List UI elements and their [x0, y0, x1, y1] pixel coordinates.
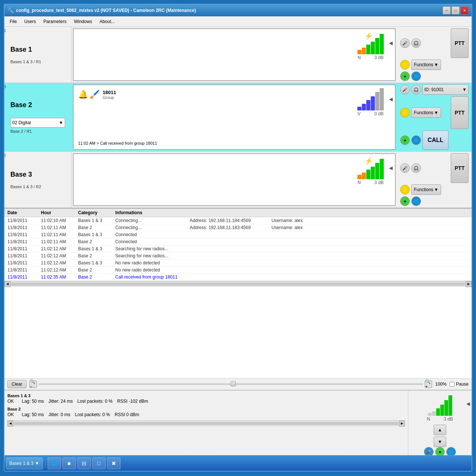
log-hour: 11:02:12 AM — [41, 267, 78, 273]
status-scroll-arrow[interactable]: ◀ — [466, 401, 470, 406]
menu-windows[interactable]: Windows — [70, 17, 96, 26]
status-scroll-track[interactable] — [14, 422, 398, 425]
status-scroll-left[interactable]: ◀ — [7, 421, 13, 427]
log-category: Base 2 — [78, 267, 115, 273]
log-extra2: Username: alex — [271, 225, 338, 230]
close-button[interactable]: ✕ — [460, 6, 469, 15]
menu-bar: File Users Parameters Windows About... — [4, 16, 472, 27]
status-globe-icon[interactable]: 🌐 — [446, 447, 456, 455]
base2-call-info: 🔔 🖌️ 18011 Group — [77, 88, 392, 101]
status-scrollbar[interactable]: ◀ ▶ — [7, 420, 405, 426]
base-3-label: Base 3 Bases 1 & 3 / R2 — [4, 152, 71, 208]
base3-globe-icon[interactable]: 🌐 — [411, 196, 421, 206]
scroll-right-btn[interactable]: ▶ — [466, 281, 472, 287]
log-category: Base 2 — [78, 239, 115, 244]
status-base2-lost: Lost packets: 0 % — [75, 412, 110, 417]
taskbar-btn-tools[interactable]: ✖ — [107, 457, 120, 469]
base2-id-select[interactable]: ID: 91001 ▼ — [422, 84, 469, 95]
base2-scroll-arrow[interactable]: ◀ — [389, 96, 393, 102]
slider-thumb[interactable] — [231, 381, 236, 386]
base1-ptt-button[interactable]: PTT — [451, 28, 469, 58]
status-mic-icon[interactable]: 🎤 — [424, 447, 434, 455]
base1-functions-button[interactable]: Functions ▼ — [411, 60, 441, 70]
minimize-button[interactable]: ─ — [443, 6, 451, 15]
log-hour: 11:02:12 AM — [41, 260, 78, 266]
base3-scroll-arrow[interactable]: ◀ — [389, 165, 393, 171]
base3-star-icon[interactable]: ⭐ — [400, 185, 410, 194]
base3-headset-icon[interactable]: 🎧 — [411, 163, 421, 173]
base2-globe-icon[interactable]: 🌐 — [411, 135, 421, 145]
pause-checkbox[interactable] — [450, 382, 454, 387]
row-num-1: 1 — [4, 28, 6, 33]
taskbar-btn-stop[interactable]: ■ — [62, 457, 76, 469]
clear-button[interactable]: Clear — [7, 380, 26, 388]
log-date: 11/8/2011 — [7, 239, 41, 244]
log-info: Call received from group 18011 — [115, 274, 190, 280]
taskbar-btn-globe[interactable]: 🌐 — [48, 457, 61, 469]
menu-users[interactable]: Users — [20, 17, 39, 26]
log-row: 11/8/2011 11:02:12 AM Bases 1 & 3 Search… — [4, 245, 472, 253]
base3-ptt-button[interactable]: PTT — [451, 153, 469, 183]
bases-select-button[interactable]: Bases 1 & 3 ▼ — [6, 457, 43, 469]
base2-ptt-button[interactable]: PTT — [451, 96, 469, 129]
base2-green-icon[interactable]: ● — [400, 135, 410, 145]
log-category: Base 2 — [78, 274, 115, 280]
base2-signal-db: 0 dB — [374, 111, 384, 116]
menu-parameters[interactable]: Parameters — [40, 17, 70, 26]
status-bases13-lost: Lost packets: 0 % — [77, 399, 113, 404]
base1-headset-icon[interactable]: 🎧 — [411, 38, 421, 48]
horizontal-scrollbar[interactable]: ◀ ▶ — [4, 281, 472, 287]
status-down-button[interactable]: ▼ — [434, 437, 446, 447]
log-extra1: Address: 192.168.11.184:4569 — [190, 218, 271, 223]
base2-channel-select[interactable]: 02 Digital ▼ — [10, 118, 65, 128]
zoom-in-icon[interactable]: 🔍+ — [425, 380, 432, 388]
base2-star-icon[interactable]: ⭐ — [400, 108, 410, 118]
log-extra1 — [190, 260, 271, 266]
log-table[interactable]: Date Hour Category Informations 11/8/201… — [4, 209, 472, 379]
base3-green-icon[interactable]: ● — [400, 196, 410, 206]
menu-file[interactable]: File — [6, 17, 20, 26]
base3-functions-button[interactable]: Functions ▼ — [411, 184, 441, 195]
base2-call-button[interactable]: CALL — [422, 131, 448, 150]
base2-call-details: 18011 Group — [103, 90, 390, 100]
log-extra2 — [271, 239, 338, 244]
log-area: Date Hour Category Informations 11/8/201… — [4, 209, 472, 390]
log-info: Connected — [115, 232, 190, 237]
scroll-track[interactable] — [11, 283, 465, 286]
log-extra1 — [190, 239, 271, 244]
base2-mic-icon[interactable]: 🎤 — [400, 85, 410, 94]
base1-globe-icon[interactable]: 🌐 — [411, 71, 421, 81]
taskbar-btn-window[interactable]: ⊟ — [77, 457, 91, 469]
status-up-button[interactable]: ▲ — [434, 425, 446, 435]
slider-track[interactable] — [38, 383, 424, 385]
base2-signal-v: V — [358, 111, 361, 116]
status-scroll-right[interactable]: ▶ — [399, 421, 405, 427]
status-bases13-lag: Lag: 50 ms — [22, 399, 44, 404]
base1-star-icon[interactable]: ⭐ — [400, 60, 410, 70]
base1-mic-icon[interactable]: 🎤 — [400, 38, 410, 48]
base1-green-icon[interactable]: ● — [400, 71, 410, 81]
title-bar-left: 🔧 config_procedure_test_5062_mixtes v2 (… — [7, 7, 196, 13]
zoom-out-icon[interactable]: 🔍− — [29, 380, 37, 388]
base-1-label: Base 1 Bases 1 & 3 / R1 — [4, 27, 71, 83]
status-green-icon[interactable]: ● — [435, 447, 445, 455]
log-extra2: Username: alex — [271, 218, 338, 223]
log-hour: 11:02:11 AM — [41, 239, 78, 244]
base3-ctrl-row3: ● 🌐 — [400, 196, 469, 206]
menu-about[interactable]: About... — [96, 17, 118, 26]
log-row: 11/8/2011 11:02:12 AM Bases 1 & 3 No new… — [4, 260, 472, 267]
log-row: 11/8/2011 11:02:12 AM Base 2 Searching f… — [4, 253, 472, 260]
status-base2-jitter: Jitter: 0 ms — [48, 412, 70, 417]
log-category: Bases 1 & 3 — [78, 246, 115, 251]
log-hour: 11:02:10 AM — [41, 218, 78, 223]
base2-call-message: 11:02 AM > Call received from group 1801… — [77, 140, 392, 146]
taskbar-btn-square[interactable]: □ — [92, 457, 106, 469]
scroll-left-btn[interactable]: ◀ — [4, 281, 10, 287]
maximize-button[interactable]: □ — [451, 6, 460, 15]
base2-functions-button[interactable]: Functions ▼ — [411, 107, 441, 118]
base3-mic-icon[interactable]: 🎤 — [400, 163, 410, 173]
log-date: 11/8/2011 — [7, 260, 41, 266]
log-hour: 11:02:12 AM — [41, 246, 78, 251]
base1-scroll-arrow[interactable]: ◀ — [389, 40, 393, 46]
base2-headset-icon[interactable]: 🎧 — [411, 85, 421, 94]
